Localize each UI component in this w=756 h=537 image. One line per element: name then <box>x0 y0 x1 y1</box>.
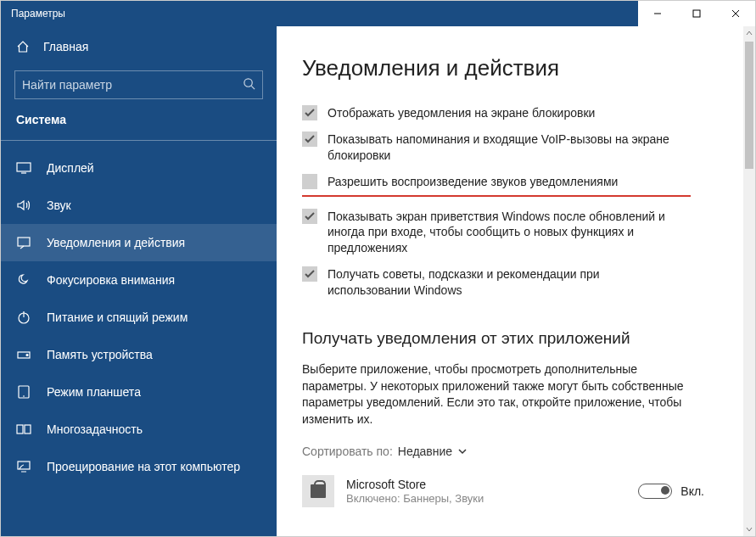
app-name: Microsoft Store <box>346 478 484 491</box>
multitask-icon <box>16 422 31 437</box>
nav-list: Дисплей Звук Уведомления и действия <box>1 149 277 485</box>
sidebar-item-label: Многозадачность <box>47 422 143 436</box>
storage-icon <box>16 347 31 362</box>
main-scrollbar[interactable] <box>743 26 755 536</box>
power-icon <box>16 310 31 325</box>
svg-point-4 <box>244 78 252 86</box>
app-toggle-label: Вкл. <box>680 484 704 498</box>
svg-rect-1 <box>693 10 700 17</box>
check-row-lockscreen-notify: Отображать уведомления на экране блокиро… <box>302 105 730 121</box>
app-subtitle: Включено: Баннеры, Звуки <box>346 492 484 505</box>
maximize-button[interactable] <box>677 1 716 26</box>
sound-icon <box>16 198 31 213</box>
home-icon <box>16 40 30 53</box>
focus-icon <box>16 272 31 288</box>
sidebar-item-sound[interactable]: Звук <box>1 187 277 224</box>
check-row-tips: Получать советы, подсказки и рекомендаци… <box>302 266 730 299</box>
sidebar-section-system: Система <box>1 113 277 141</box>
sort-row: Сортировать по: Недавние <box>302 445 730 458</box>
search-input[interactable] <box>22 78 243 92</box>
search-box[interactable] <box>14 70 263 99</box>
tablet-icon <box>16 384 31 400</box>
window-title: Параметры <box>11 8 638 20</box>
chevron-down-icon <box>457 446 468 456</box>
svg-point-12 <box>26 355 28 356</box>
svg-line-5 <box>251 86 255 89</box>
check-row-voip-reminders: Показывать напоминания и входящие VoIP-в… <box>302 131 730 164</box>
app-row-microsoft-store[interactable]: Microsoft Store Включено: Баннеры, Звуки… <box>302 470 730 512</box>
sort-label: Сортировать по: <box>302 445 393 458</box>
apps-section-heading: Получать уведомления от этих приложений <box>302 329 730 348</box>
sidebar-item-display[interactable]: Дисплей <box>1 149 277 187</box>
sidebar-item-label: Уведомления и действия <box>47 236 185 249</box>
main-panel: Уведомления и действия Отображать уведом… <box>277 26 755 536</box>
sidebar-item-notifications[interactable]: Уведомления и действия <box>1 224 277 261</box>
checkbox-label: Показывать экран приветствия Windows пос… <box>328 209 692 257</box>
checkbox[interactable] <box>302 105 317 120</box>
scrollbar-thumb[interactable] <box>745 42 753 169</box>
sort-value: Недавние <box>398 445 452 458</box>
sidebar-item-power[interactable]: Питание и спящий режим <box>1 299 277 336</box>
home-label: Главная <box>43 40 88 53</box>
checkbox-label: Отображать уведомления на экране блокиро… <box>328 105 595 121</box>
sidebar-item-label: Питание и спящий режим <box>47 310 188 324</box>
checkbox[interactable] <box>302 266 317 282</box>
sidebar-item-label: Память устройства <box>47 348 153 361</box>
sidebar-item-projecting[interactable]: Проецирование на этот компьютер <box>1 448 277 485</box>
app-toggle-wrap: Вкл. <box>638 484 704 499</box>
checkbox[interactable] <box>302 209 317 224</box>
projecting-icon <box>16 459 31 474</box>
checkbox-label: Разрешить воспроизведение звуков уведомл… <box>328 174 618 190</box>
close-button[interactable] <box>716 1 755 26</box>
sidebar-item-label: Режим планшета <box>47 385 141 399</box>
sidebar-item-label: Проецирование на этот компьютер <box>47 460 240 473</box>
notifications-icon <box>16 235 31 250</box>
svg-rect-16 <box>25 425 31 434</box>
scroll-down-button[interactable] <box>743 523 755 536</box>
app-text: Microsoft Store Включено: Баннеры, Звуки <box>346 478 484 505</box>
sidebar: Главная Система Дисплей <box>1 26 277 536</box>
svg-rect-15 <box>17 425 23 434</box>
checkbox[interactable] <box>302 131 317 147</box>
minimize-button[interactable] <box>638 1 677 26</box>
sidebar-item-storage[interactable]: Память устройства <box>1 336 277 373</box>
checkbox-label: Показывать напоминания и входящие VoIP-в… <box>328 131 692 164</box>
display-icon <box>16 160 31 176</box>
sidebar-item-focus[interactable]: Фокусировка внимания <box>1 261 277 299</box>
titlebar: Параметры <box>1 1 755 26</box>
apps-section-description: Выберите приложение, чтобы просмотреть д… <box>302 361 701 428</box>
sidebar-item-label: Звук <box>47 199 71 212</box>
content: Главная Система Дисплей <box>1 26 755 536</box>
check-row-notify-sounds: Разрешить воспроизведение звуков уведомл… <box>302 174 691 197</box>
sidebar-item-label: Дисплей <box>47 161 94 175</box>
window-controls <box>638 1 755 26</box>
store-icon <box>302 475 334 507</box>
check-row-welcome-screen: Показывать экран приветствия Windows пос… <box>302 209 730 257</box>
svg-rect-8 <box>18 238 30 246</box>
sort-dropdown[interactable]: Недавние <box>398 445 468 458</box>
app-toggle[interactable] <box>638 484 672 499</box>
settings-window: Параметры Главная <box>0 0 756 537</box>
sidebar-item-tablet[interactable]: Режим планшета <box>1 373 277 411</box>
home-button[interactable]: Главная <box>1 31 277 62</box>
svg-rect-6 <box>17 163 31 171</box>
search-icon <box>243 77 255 93</box>
scroll-up-button[interactable] <box>743 26 755 40</box>
sidebar-item-multitasking[interactable]: Многозадачность <box>1 411 277 448</box>
checkbox[interactable] <box>302 174 317 189</box>
sidebar-item-label: Фокусировка внимания <box>47 273 175 287</box>
page-title: Уведомления и действия <box>302 55 730 81</box>
checkbox-label: Получать советы, подсказки и рекомендаци… <box>328 266 667 299</box>
